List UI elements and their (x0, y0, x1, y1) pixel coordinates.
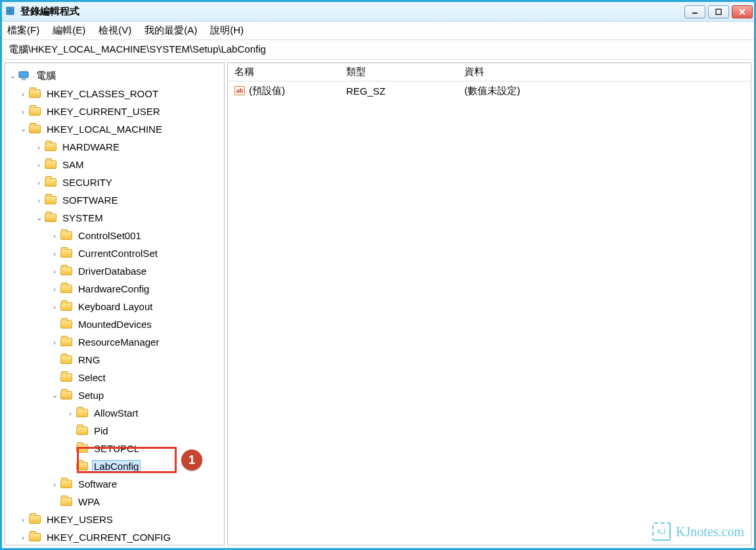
tree-driverdatabase[interactable]: ›DriverDatabase (5, 262, 224, 280)
svg-rect-9 (22, 78, 26, 80)
app-window: 登錄編輯程式 檔案(F) 編輯(E) 檢視(V) 我的最愛(A) 說明(H) 電… (0, 0, 756, 550)
tree-item-label: MountedDevices (76, 318, 154, 331)
menu-help[interactable]: 說明(H) (210, 24, 244, 37)
folder-icon (60, 319, 72, 329)
tree-security[interactable]: ›SECURITY (5, 173, 224, 191)
tree-root-label: 電腦 (34, 69, 58, 83)
column-name[interactable]: 名稱 (228, 66, 340, 78)
chevron-right-icon[interactable]: › (50, 285, 59, 294)
chevron-down-icon[interactable]: ⌄ (18, 125, 28, 134)
tree-keyboardlayout[interactable]: ›Keyboard Layout (5, 298, 224, 315)
folder-icon (60, 373, 72, 382)
menu-edit[interactable]: 編輯(E) (53, 24, 85, 37)
address-text: 電腦\HKEY_LOCAL_MACHINE\SYSTEM\Setup\LabCo… (9, 43, 266, 56)
chevron-down-icon[interactable]: ⌄ (50, 391, 59, 400)
minimize-button[interactable] (684, 5, 705, 18)
watermark-text: KJnotes.com (676, 524, 744, 539)
value-row[interactable]: ab (預設值) REG_SZ (數值未設定) (228, 81, 751, 100)
tree-labconfig[interactable]: ·LabConfig (5, 457, 224, 475)
values-header: 名稱 類型 資料 (228, 63, 751, 81)
tree-software-hklm[interactable]: ›SOFTWARE (5, 191, 224, 209)
tree-software-sys[interactable]: ›Software (5, 475, 224, 493)
tree-setup[interactable]: ⌄Setup ›AllowStart ·Pid ·SETUPCL ·LabCon… (5, 386, 224, 475)
tree-item-label: HKEY_CURRENT_CONFIG (45, 531, 173, 543)
menubar: 檔案(F) 編輯(E) 檢視(V) 我的最愛(A) 說明(H) (2, 22, 754, 40)
tree-allowstart[interactable]: ›AllowStart (5, 404, 224, 422)
tree-controlset001[interactable]: ›ControlSet001 (5, 227, 224, 244)
chevron-right-icon[interactable]: › (34, 178, 43, 187)
maximize-button[interactable] (708, 5, 729, 18)
menu-favorites[interactable]: 我的最愛(A) (145, 24, 197, 37)
column-data[interactable]: 資料 (458, 66, 751, 78)
folder-icon (60, 479, 72, 489)
tree-rng[interactable]: ·RNG (5, 351, 224, 369)
chevron-right-icon[interactable]: › (50, 249, 59, 258)
tree-setupcl[interactable]: ·SETUPCL (5, 440, 224, 457)
menu-file[interactable]: 檔案(F) (7, 24, 39, 37)
tree-hkcc[interactable]: ›HKEY_CURRENT_CONFIG (5, 528, 224, 545)
regedit-icon (6, 7, 16, 17)
values-pane[interactable]: 名稱 類型 資料 ab (預設值) REG_SZ (數值未設定) KJ KJno… (227, 62, 751, 545)
tree-hkcr[interactable]: ›HKEY_CLASSES_ROOT (5, 85, 224, 103)
tree-root[interactable]: ⌄ 電腦 ›HKEY_CLASSES_ROOT ›HKEY_CURRENT_US… (5, 67, 224, 545)
column-type[interactable]: 類型 (340, 66, 458, 78)
folder-open-icon (45, 213, 56, 223)
chevron-right-icon[interactable]: › (66, 409, 75, 418)
registry-tree: ⌄ 電腦 ›HKEY_CLASSES_ROOT ›HKEY_CURRENT_US… (5, 67, 224, 545)
chevron-right-icon[interactable]: › (18, 533, 28, 542)
value-name: (預設值) (249, 85, 285, 97)
tree-item-label: Software (76, 478, 119, 490)
tree-pid[interactable]: ·Pid (5, 422, 224, 440)
tree-hku[interactable]: ›HKEY_USERS (5, 511, 224, 528)
chevron-right-icon[interactable]: › (18, 107, 28, 116)
tree-select[interactable]: ·Select (5, 369, 224, 386)
tree-item-label: HKEY_LOCAL_MACHINE (45, 123, 164, 135)
tree-item-label: RNG (76, 354, 102, 366)
folder-icon (76, 426, 88, 436)
tree-hardwareconfig[interactable]: ›HardwareConfig (5, 280, 224, 298)
tree-wpa[interactable]: ·WPA (5, 493, 224, 511)
chevron-right-icon[interactable]: › (50, 480, 59, 489)
folder-icon (29, 515, 41, 524)
chevron-right-icon[interactable]: › (50, 302, 59, 311)
chevron-right-icon[interactable]: › (18, 515, 28, 524)
folder-icon (29, 89, 41, 99)
tree-system[interactable]: ⌄SYSTEM ›ControlSet001 ›CurrentControlSe… (5, 209, 224, 511)
tree-mounteddevices[interactable]: ·MountedDevices (5, 315, 224, 333)
folder-icon (60, 337, 72, 347)
tree-resourcemanager[interactable]: ›ResourceManager (5, 333, 224, 351)
chevron-right-icon[interactable]: › (34, 160, 43, 170)
chevron-right-icon[interactable]: › (50, 231, 59, 241)
minimize-icon (692, 9, 698, 15)
tree-pane[interactable]: ⌄ 電腦 ›HKEY_CLASSES_ROOT ›HKEY_CURRENT_US… (5, 62, 225, 545)
chevron-down-icon[interactable]: ⌄ (8, 72, 17, 81)
tree-hklm[interactable]: ⌄HKEY_LOCAL_MACHINE ›HARDWARE ›SAM ›SECU… (5, 120, 224, 511)
folder-open-icon (29, 124, 41, 134)
chevron-right-icon[interactable]: › (50, 267, 59, 276)
tree-currentcontrolset[interactable]: ›CurrentControlSet (5, 244, 224, 262)
address-bar[interactable]: 電腦\HKEY_LOCAL_MACHINE\SYSTEM\Setup\LabCo… (2, 40, 754, 60)
tree-item-label: CurrentControlSet (76, 247, 160, 260)
svg-rect-5 (716, 9, 721, 14)
computer-icon (18, 71, 30, 81)
tree-hkcu[interactable]: ›HKEY_CURRENT_USER (5, 103, 224, 120)
chevron-down-icon[interactable]: ⌄ (34, 214, 43, 223)
folder-icon (60, 248, 72, 258)
folder-icon (29, 106, 41, 116)
close-button[interactable] (732, 5, 753, 18)
chevron-right-icon[interactable]: › (18, 89, 28, 99)
tree-hardware[interactable]: ›HARDWARE (5, 138, 224, 156)
menu-view[interactable]: 檢視(V) (99, 24, 131, 37)
folder-icon (76, 444, 88, 453)
tree-item-label: Pid (92, 424, 110, 437)
watermark-icon: KJ (652, 522, 671, 541)
chevron-right-icon[interactable]: › (50, 338, 59, 347)
folder-icon (45, 195, 56, 205)
tree-item-label: SOFTWARE (60, 194, 120, 206)
chevron-right-icon[interactable]: › (34, 196, 43, 205)
tree-sam[interactable]: ›SAM (5, 156, 224, 173)
value-data: (數值未設定) (458, 85, 751, 97)
chevron-right-icon[interactable]: › (34, 143, 43, 152)
svg-rect-3 (11, 11, 14, 14)
folder-open-icon (60, 390, 72, 400)
